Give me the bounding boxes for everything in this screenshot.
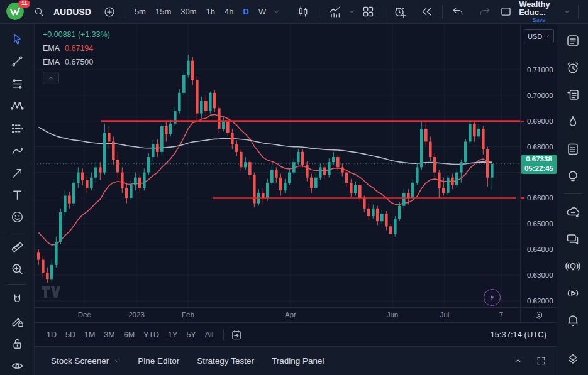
redo-icon <box>479 6 491 18</box>
symbol-search-button[interactable]: AUDUSD <box>50 5 95 19</box>
live-streams-button[interactable] <box>562 284 584 302</box>
range-1m[interactable]: 1M <box>80 328 99 342</box>
fib-retracement-tool[interactable] <box>6 75 28 92</box>
panel-maximize-button[interactable] <box>535 354 548 367</box>
timeframe-30m[interactable]: 30m <box>176 5 201 18</box>
chevron-down-icon <box>113 357 120 364</box>
last-price-badge: 0.67338 05:22:45 <box>521 155 557 174</box>
timeframe-menu-button[interactable] <box>271 6 282 17</box>
range-5d[interactable]: 5D <box>61 328 80 342</box>
brush-tool[interactable] <box>6 141 28 159</box>
forecast-icon <box>10 121 25 136</box>
arrow-tool[interactable] <box>6 164 28 182</box>
tradingview-app: 11 AUDUSD 5m 15m 30m 1h 4h D W Wealthy E… <box>0 0 588 375</box>
object-tree-button[interactable] <box>562 351 584 369</box>
save-label[interactable]: Save <box>533 18 546 23</box>
time-axis-settings[interactable] <box>520 307 557 322</box>
layout-rect-icon <box>499 5 513 18</box>
my-ideas-button[interactable] <box>562 166 584 185</box>
notifications-button[interactable] <box>562 311 584 329</box>
calendar-button[interactable] <box>562 139 584 158</box>
magnet-mode-button[interactable] <box>6 290 28 308</box>
timeframe-1h[interactable]: 1h <box>202 5 219 18</box>
drawing-mode-lock-button[interactable] <box>6 313 28 330</box>
candlestick-chart[interactable]: +0.00881 (+1.33%) EMA 0.67194 EMA 0.6750… <box>35 24 520 307</box>
cursor-tool[interactable] <box>6 30 28 48</box>
price-axis-label: 0.63000 <box>527 271 553 280</box>
time-axis-label: Feb <box>182 311 194 318</box>
panel-expand-button[interactable] <box>511 354 524 367</box>
hide-all-drawings-button[interactable] <box>6 357 28 375</box>
price-axis[interactable]: USD 0.710000.700000.690000.680000.660000… <box>520 24 557 307</box>
compare-add-symbol-button[interactable] <box>99 4 119 20</box>
zoom-in-tool[interactable] <box>6 261 28 278</box>
emoji-tool[interactable] <box>6 209 28 226</box>
timeframe-1d[interactable]: D <box>238 5 253 18</box>
toolbar-divider <box>223 329 224 340</box>
trend-line-tool[interactable] <box>6 52 28 70</box>
forecast-tool[interactable] <box>6 119 28 137</box>
create-alert-button[interactable] <box>389 3 411 21</box>
chat-button[interactable] <box>562 230 584 248</box>
timeframe-1w[interactable]: W <box>254 5 270 18</box>
notes-button[interactable] <box>562 85 584 104</box>
bottom-panel-controls <box>511 354 548 367</box>
layout-menu-button[interactable] <box>562 6 572 17</box>
time-axis[interactable]: Dec2023FebAprJunJul7 <box>35 307 520 323</box>
price-axis-label: 0.69000 <box>527 117 553 126</box>
range-ytd[interactable]: YTD <box>139 328 164 342</box>
range-all[interactable]: All <box>201 328 218 342</box>
legend-collapse-button[interactable] <box>43 72 59 84</box>
indicators-button[interactable] <box>325 3 346 21</box>
brush-icon <box>10 143 25 158</box>
range-6m[interactable]: 6M <box>119 328 139 342</box>
layout-title[interactable]: Wealthy Educ... Save <box>519 0 559 23</box>
chart-style-button[interactable] <box>292 3 314 21</box>
strategy-tester-tab[interactable]: Strategy Tester <box>189 352 262 369</box>
pine-editor-tab[interactable]: Pine Editor <box>130 352 187 369</box>
pattern-tool[interactable] <box>6 97 28 114</box>
watchlist-icon <box>565 33 580 48</box>
indicator-label: EMA <box>43 44 60 53</box>
tradingview-watermark <box>42 285 63 300</box>
toolbar-divider <box>442 5 443 19</box>
go-to-date-button[interactable] <box>229 327 244 342</box>
plus-circle-icon <box>103 6 116 18</box>
minds-button[interactable] <box>562 203 584 221</box>
indicator-row-ema-slow[interactable]: EMA 0.67500 <box>43 58 110 67</box>
server-clock[interactable]: 15:37:14 (UTC) <box>490 330 549 339</box>
ideas-stream-button[interactable] <box>562 257 584 275</box>
range-5y[interactable]: 5Y <box>182 328 200 342</box>
range-3m[interactable]: 3M <box>99 328 119 342</box>
price-axis-label: 0.66000 <box>527 193 553 202</box>
undo-button[interactable] <box>448 4 468 20</box>
layout-grid-button[interactable] <box>358 3 379 20</box>
indicator-label: EMA <box>43 58 60 67</box>
layout-grid-icon <box>362 5 375 18</box>
text-tool[interactable] <box>6 186 28 204</box>
instant-trading-button[interactable] <box>484 289 501 306</box>
price-axis-label: 0.65000 <box>527 219 553 228</box>
hotlists-button[interactable] <box>562 112 584 131</box>
save-layout-button[interactable] <box>496 3 516 20</box>
currency-select[interactable]: USD <box>524 29 554 43</box>
lightning-icon <box>487 293 497 302</box>
redo-button[interactable] <box>475 4 495 20</box>
watchlist-button[interactable] <box>562 31 584 50</box>
lock-all-drawings-button[interactable] <box>6 335 28 352</box>
range-1d[interactable]: 1D <box>42 328 61 342</box>
indicators-menu-button[interactable] <box>347 6 357 17</box>
symbol-name: AUDUSD <box>53 7 91 17</box>
range-1y[interactable]: 1Y <box>164 328 182 342</box>
timeframe-15m[interactable]: 15m <box>151 5 175 18</box>
measure-tool[interactable] <box>6 238 28 256</box>
price-axis-label: 0.62000 <box>527 296 553 305</box>
stock-screener-tab[interactable]: Stock Screener <box>43 352 128 369</box>
indicator-row-ema-fast[interactable]: EMA 0.67194 <box>43 44 110 53</box>
timeframe-4h[interactable]: 4h <box>220 5 238 18</box>
bar-replay-button[interactable] <box>416 3 437 20</box>
account-menu-button[interactable]: 11 <box>6 3 25 21</box>
timeframe-5m[interactable]: 5m <box>130 5 150 18</box>
trading-panel-tab[interactable]: Trading Panel <box>264 352 332 369</box>
alerts-button[interactable] <box>562 58 584 77</box>
